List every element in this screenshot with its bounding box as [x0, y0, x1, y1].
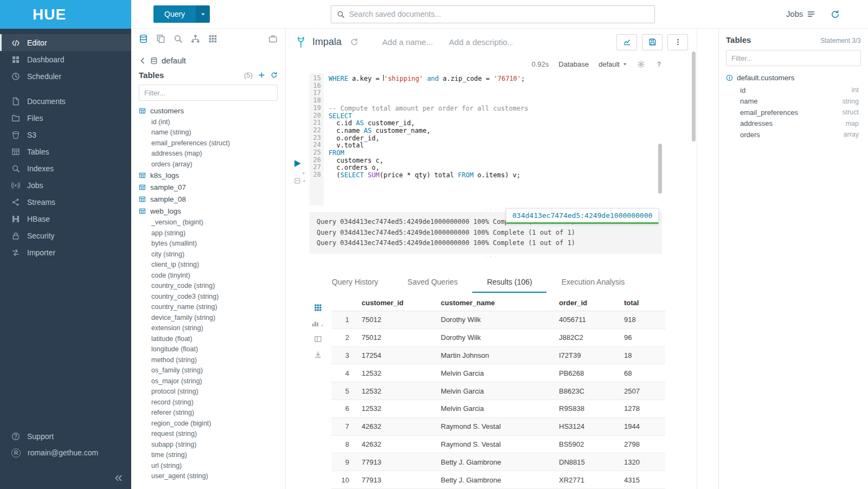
assist-column[interactable]: client_ip (string): [139, 260, 285, 271]
assist-column[interactable]: os_family (string): [139, 365, 285, 376]
sidebar-item-jobs[interactable]: Jobs: [0, 177, 131, 194]
assist-column[interactable]: time (string): [139, 450, 285, 461]
assist-column[interactable]: namestring: [726, 96, 861, 107]
code-line[interactable]: c.id AS customer_id,: [329, 120, 697, 127]
assist-column[interactable]: request (string): [139, 429, 285, 440]
jobs-link[interactable]: Jobs: [786, 10, 815, 18]
sql-assist-button[interactable]: [139, 34, 148, 46]
code-line[interactable]: WHERE a.key = 'shipping' and a.zip_code …: [329, 75, 697, 83]
gear-icon[interactable]: [637, 60, 645, 68]
assist-table[interactable]: sample_08: [139, 194, 285, 205]
tab-query-history[interactable]: Query History: [317, 273, 393, 293]
assist-column[interactable]: user_agent (string): [139, 471, 285, 482]
tab-results-106[interactable]: Results (106): [472, 273, 546, 293]
hdfs-assist-button[interactable]: [191, 34, 200, 46]
assist-column[interactable]: city (string): [139, 249, 285, 260]
results-col-header[interactable]: order_id: [554, 295, 619, 311]
assist-column[interactable]: extension (string): [139, 323, 285, 334]
sidebar-item-indexes[interactable]: Indexes: [0, 160, 131, 177]
assist-column[interactable]: device_family (string): [139, 312, 285, 323]
active-table[interactable]: default.customers: [726, 70, 861, 85]
history-icon[interactable]: [831, 10, 840, 19]
assist-column[interactable]: addressesmap: [726, 118, 861, 130]
info-icon[interactable]: [726, 74, 733, 81]
sidebar-item-scheduler[interactable]: Scheduler: [0, 68, 131, 85]
chart-view-button[interactable]: [311, 319, 324, 327]
assist-column[interactable]: addresses (map): [139, 149, 285, 159]
query-dropdown-button[interactable]: [196, 5, 210, 23]
assist-column[interactable]: os_major (string): [139, 376, 285, 387]
assist-table[interactable]: k8s_logs: [139, 170, 285, 182]
assist-column[interactable]: email_preferences (struct): [139, 138, 285, 149]
search-input[interactable]: [349, 10, 649, 18]
new-query-button[interactable]: Query: [153, 5, 196, 23]
database-select[interactable]: default: [599, 60, 627, 68]
assist-filter-input[interactable]: [139, 85, 278, 101]
tab-saved-queries[interactable]: Saved Queries: [393, 273, 473, 293]
assist-column[interactable]: country_name (string): [139, 302, 285, 313]
add-table-icon[interactable]: [258, 72, 265, 79]
results-col-header[interactable]: customer_name: [435, 295, 554, 311]
code-line[interactable]: [329, 98, 697, 105]
engine-name[interactable]: Impala: [312, 36, 342, 48]
assist-column[interactable]: longitude (float): [139, 344, 285, 355]
page-scrollbar[interactable]: [692, 52, 696, 141]
assist-column[interactable]: email_preferencesstruct: [726, 107, 861, 118]
sql-code[interactable]: WHERE a.key = 'shipping' and a.zip_code …: [324, 73, 697, 205]
results-col-header[interactable]: total: [619, 295, 665, 311]
assist-column[interactable]: country_code (string): [139, 281, 285, 292]
results-col-header[interactable]: customer_id: [356, 295, 435, 311]
download-results-button[interactable]: [314, 351, 322, 359]
assist-column[interactable]: id (int): [139, 117, 285, 127]
assist-column[interactable]: record (string): [139, 397, 285, 408]
code-line[interactable]: (SELECT SUM(price * qty) total FROM o.it…: [329, 172, 697, 179]
query-history-icon[interactable]: [350, 38, 358, 46]
assist-column[interactable]: ordersarray: [726, 129, 861, 140]
assist-column[interactable]: _version_ (bigint): [139, 217, 285, 228]
sidebar-item-user[interactable]: R romain@gethue.com: [0, 445, 131, 461]
query-name-input[interactable]: [382, 37, 439, 47]
code-line[interactable]: -- Compute total amount per order for al…: [329, 105, 697, 113]
collapse-sidebar-button[interactable]: «: [115, 469, 123, 486]
query-description-input[interactable]: [449, 37, 513, 47]
assist-column[interactable]: idint: [726, 85, 861, 96]
sidebar-item-files[interactable]: Files: [0, 110, 131, 126]
code-line[interactable]: [329, 83, 697, 91]
assist-column[interactable]: orders (array): [139, 159, 285, 170]
code-line[interactable]: o.order_id,: [329, 135, 697, 143]
assist-column[interactable]: referer (string): [139, 408, 285, 419]
sidebar-item-importer[interactable]: Importer: [0, 244, 131, 261]
search-assist-button[interactable]: [173, 34, 183, 46]
sidebar-item-security[interactable]: Security: [0, 227, 131, 244]
save-button[interactable]: [642, 34, 663, 50]
chart-button[interactable]: [616, 34, 637, 50]
sidebar-item-streams[interactable]: Streams: [0, 194, 131, 210]
refresh-icon[interactable]: [271, 72, 278, 79]
sidebar-item-hbase[interactable]: HBase: [0, 210, 131, 227]
code-line[interactable]: [329, 90, 697, 98]
hue-logo[interactable]: HUE: [0, 0, 131, 29]
sidebar-item-documents[interactable]: Documents: [0, 93, 131, 110]
assist-column[interactable]: url (string): [139, 460, 285, 471]
sidebar-item-dashboard[interactable]: Dashboard: [0, 51, 131, 68]
snippet-settings-button[interactable]: [294, 177, 306, 184]
hbase-assist-button[interactable]: [208, 34, 217, 46]
database-breadcrumb[interactable]: default: [131, 52, 285, 66]
editor-scrollbar[interactable]: [658, 144, 662, 194]
chevron-left-icon[interactable]: [139, 57, 146, 65]
code-line[interactable]: customers c,: [329, 157, 697, 165]
sidebar-item-s3[interactable]: S3: [0, 126, 131, 143]
assist-column[interactable]: subapp (string): [139, 439, 285, 450]
assist-table[interactable]: web_logs: [139, 205, 285, 217]
caret-down-icon[interactable]: [301, 171, 306, 176]
execute-button[interactable]: [293, 159, 302, 171]
more-actions-button[interactable]: [667, 34, 688, 50]
code-line[interactable]: c.name AS customer_name,: [329, 127, 697, 135]
sidebar-item-tables[interactable]: Tables: [0, 143, 131, 160]
s3-assist-button[interactable]: [268, 34, 278, 46]
assist-column[interactable]: country_code3 (string): [139, 291, 285, 302]
assist-column[interactable]: latitude (float): [139, 333, 285, 344]
help-icon[interactable]: ?: [655, 60, 663, 68]
code-line[interactable]: v.total: [329, 142, 697, 150]
assist-column[interactable]: protocol (string): [139, 387, 285, 397]
